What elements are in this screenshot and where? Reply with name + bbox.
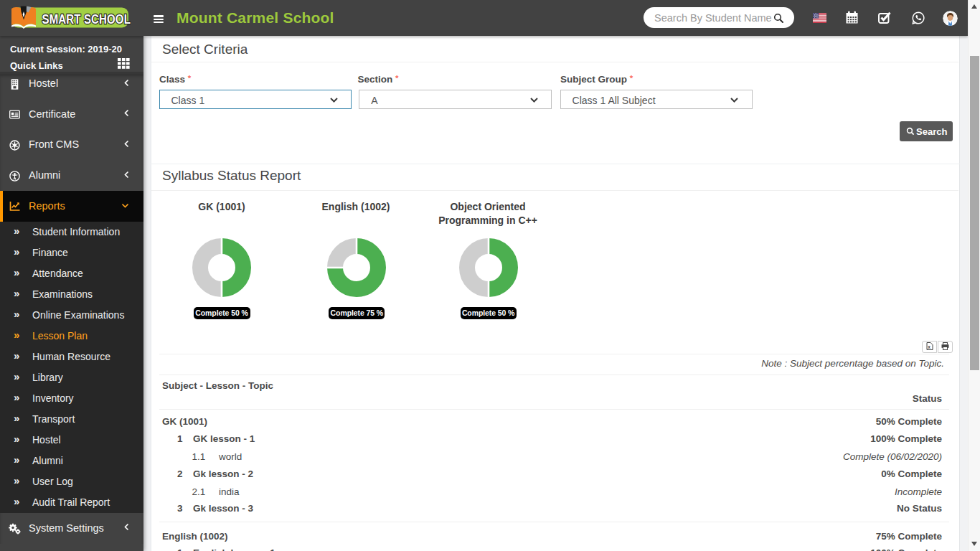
svg-text:x: x [928,344,930,349]
svg-text:SMART SCHOOL: SMART SCHOOL [42,11,131,27]
